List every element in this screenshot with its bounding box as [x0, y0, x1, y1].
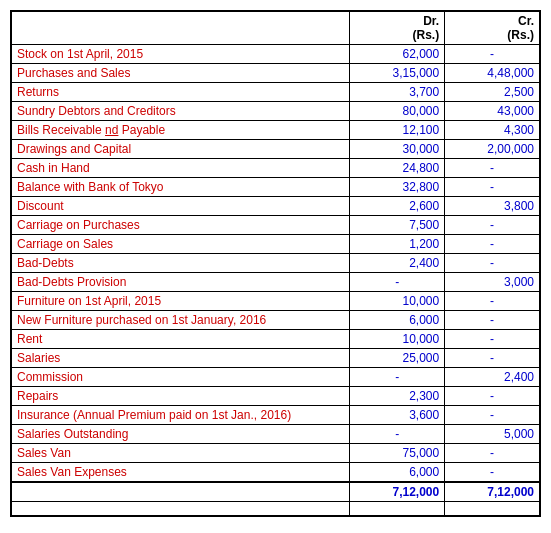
table-row: Balance with Bank of Tokyo32,800- — [12, 178, 540, 197]
total-cr: 7,12,000 — [445, 482, 540, 502]
empty-row — [12, 502, 540, 516]
row-dr: 75,000 — [350, 444, 445, 463]
row-cr: - — [445, 159, 540, 178]
table-row: New Furniture purchased on 1st January, … — [12, 311, 540, 330]
row-cr: - — [445, 45, 540, 64]
table-row: Carriage on Purchases7,500- — [12, 216, 540, 235]
table-row: Carriage on Sales1,200- — [12, 235, 540, 254]
row-label: Bad-Debts Provision — [12, 273, 350, 292]
table-row: Bills Receivable nd Payable12,1004,300 — [12, 121, 540, 140]
row-dr: 3,600 — [350, 406, 445, 425]
row-label: Carriage on Purchases — [12, 216, 350, 235]
row-label: Bills Receivable nd Payable — [12, 121, 350, 140]
row-dr: 25,000 — [350, 349, 445, 368]
row-cr: - — [445, 235, 540, 254]
row-cr: - — [445, 292, 540, 311]
row-dr: 2,300 — [350, 387, 445, 406]
row-label: Cash in Hand — [12, 159, 350, 178]
table-row: Discount2,6003,800 — [12, 197, 540, 216]
table-body: Stock on 1st April, 201562,000-Purchases… — [12, 45, 540, 516]
row-label: Stock on 1st April, 2015 — [12, 45, 350, 64]
table-row: Purchases and Sales3,15,0004,48,000 — [12, 64, 540, 83]
row-cr: 3,800 — [445, 197, 540, 216]
table-row: Salaries25,000- — [12, 349, 540, 368]
row-cr: - — [445, 463, 540, 483]
row-cr: 4,48,000 — [445, 64, 540, 83]
row-cr: - — [445, 254, 540, 273]
row-dr: 3,15,000 — [350, 64, 445, 83]
row-dr: 32,800 — [350, 178, 445, 197]
row-label: Insurance (Annual Premium paid on 1st Ja… — [12, 406, 350, 425]
row-label: Furniture on 1st April, 2015 — [12, 292, 350, 311]
total-dr: 7,12,000 — [350, 482, 445, 502]
row-cr: 2,500 — [445, 83, 540, 102]
row-dr: 1,200 — [350, 235, 445, 254]
row-cr: 43,000 — [445, 102, 540, 121]
table-row: Furniture on 1st April, 201510,000- — [12, 292, 540, 311]
row-dr: 80,000 — [350, 102, 445, 121]
row-label: Returns — [12, 83, 350, 102]
row-cr: 2,400 — [445, 368, 540, 387]
row-cr: 3,000 — [445, 273, 540, 292]
row-dr: - — [350, 273, 445, 292]
table-row: Stock on 1st April, 201562,000- — [12, 45, 540, 64]
row-dr: 6,000 — [350, 311, 445, 330]
row-dr: 12,100 — [350, 121, 445, 140]
row-dr: 3,700 — [350, 83, 445, 102]
row-dr: 10,000 — [350, 292, 445, 311]
row-label: Carriage on Sales — [12, 235, 350, 254]
table-row: Cash in Hand24,800- — [12, 159, 540, 178]
row-label: Sales Van — [12, 444, 350, 463]
trial-balance-table: Dr. (Rs.) Cr. (Rs.) Stock on 1st April, … — [11, 11, 540, 516]
table-row: Sales Van Expenses6,000- — [12, 463, 540, 483]
row-label: Discount — [12, 197, 350, 216]
row-label: Drawings and Capital — [12, 140, 350, 159]
row-label: Commission — [12, 368, 350, 387]
row-dr: 2,400 — [350, 254, 445, 273]
table-row: Commission-2,400 — [12, 368, 540, 387]
table-row: Sales Van75,000- — [12, 444, 540, 463]
row-cr: - — [445, 444, 540, 463]
row-dr: - — [350, 368, 445, 387]
row-label: Purchases and Sales — [12, 64, 350, 83]
table-row: Drawings and Capital30,0002,00,000 — [12, 140, 540, 159]
row-cr: 5,000 — [445, 425, 540, 444]
row-cr: - — [445, 311, 540, 330]
total-row: 7,12,0007,12,000 — [12, 482, 540, 502]
row-label: Salaries — [12, 349, 350, 368]
row-cr: - — [445, 330, 540, 349]
row-label: Sales Van Expenses — [12, 463, 350, 483]
row-label: Balance with Bank of Tokyo — [12, 178, 350, 197]
table-header-row: Dr. (Rs.) Cr. (Rs.) — [12, 12, 540, 45]
row-cr: - — [445, 349, 540, 368]
table-row: Repairs2,300- — [12, 387, 540, 406]
table-row: Rent10,000- — [12, 330, 540, 349]
row-label: Sundry Debtors and Creditors — [12, 102, 350, 121]
total-label — [12, 482, 350, 502]
row-dr: 24,800 — [350, 159, 445, 178]
row-cr: - — [445, 387, 540, 406]
table-row: Bad-Debts Provision-3,000 — [12, 273, 540, 292]
table-row: Returns3,7002,500 — [12, 83, 540, 102]
header-dr: Dr. (Rs.) — [350, 12, 445, 45]
row-dr: 10,000 — [350, 330, 445, 349]
table-row: Insurance (Annual Premium paid on 1st Ja… — [12, 406, 540, 425]
row-label: Repairs — [12, 387, 350, 406]
table-row: Salaries Outstanding-5,000 — [12, 425, 540, 444]
row-label: Bad-Debts — [12, 254, 350, 273]
row-cr: - — [445, 406, 540, 425]
row-dr: 7,500 — [350, 216, 445, 235]
header-label — [12, 12, 350, 45]
row-dr: 62,000 — [350, 45, 445, 64]
row-dr: 2,600 — [350, 197, 445, 216]
row-cr: - — [445, 178, 540, 197]
row-label: New Furniture purchased on 1st January, … — [12, 311, 350, 330]
table-row: Bad-Debts2,400- — [12, 254, 540, 273]
row-dr: 6,000 — [350, 463, 445, 483]
row-cr: 2,00,000 — [445, 140, 540, 159]
row-cr: - — [445, 216, 540, 235]
row-label: Rent — [12, 330, 350, 349]
row-cr: 4,300 — [445, 121, 540, 140]
table-row: Sundry Debtors and Creditors80,00043,000 — [12, 102, 540, 121]
row-label: Salaries Outstanding — [12, 425, 350, 444]
